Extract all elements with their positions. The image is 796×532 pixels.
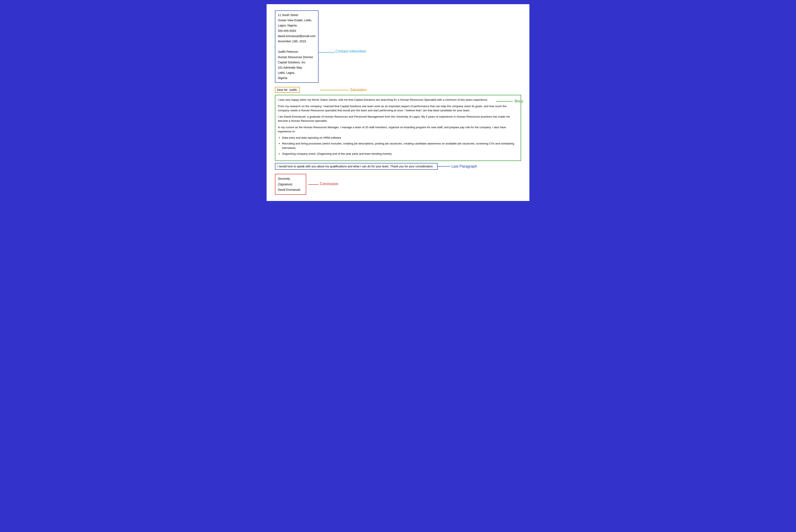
company: Capital Solutions, Inc. xyxy=(278,60,316,65)
phone: 555-555-5555 xyxy=(278,28,316,34)
salutation-line xyxy=(320,90,349,90)
body-bullet-list: Data entry and data reporting on HRM sof… xyxy=(282,136,518,156)
conclusion-label: Conclusion xyxy=(320,182,338,186)
body-section: I was very happy when my friend, Daine J… xyxy=(275,95,521,161)
email: david.emmanuel@email.com xyxy=(278,34,316,39)
body-paragraph3: I am David Emmanuel, a graduate of Human… xyxy=(278,115,518,123)
company-address3: Nigeria. xyxy=(278,75,316,81)
conclusion-name: David Emmanuel. xyxy=(278,187,303,193)
body-paragraph2: From my research on the company, I learn… xyxy=(278,104,518,113)
page: 11 South Street Ocean View Estate, Lekki… xyxy=(266,4,530,201)
company-address1: 101 Admiralty Way xyxy=(278,65,316,70)
company-address2: Lekki, Lagos, xyxy=(278,70,316,75)
date: November 13th, 2019. xyxy=(278,39,316,44)
body-container: I was very happy when my friend, Daine J… xyxy=(275,95,521,161)
bullet-item-2: Recruiting and hiring processes (which i… xyxy=(282,141,518,150)
address-line1: 11 South Street xyxy=(278,13,316,18)
conclusion-box: Sincerely, (Signature) David Emmanuel. xyxy=(275,174,306,195)
bullet-item-1: Data entry and data reporting on HRM sof… xyxy=(282,136,518,140)
body-label-line xyxy=(496,101,513,101)
body-label: Body xyxy=(515,99,523,103)
salutation-section: Dear Mr. Judith, Salutation xyxy=(275,87,521,93)
conclusion-section: Sincerely, (Signature) David Emmanuel. C… xyxy=(275,174,306,195)
salutation-text: Dear Mr. Judith, xyxy=(277,88,298,92)
bullet-item-3: Organizing company event. (Organizing en… xyxy=(282,152,518,156)
last-paragraph-section: I would love to speak with you about my … xyxy=(275,163,521,170)
last-paragraph-line xyxy=(438,166,450,167)
contact-info-section: 11 South Street Ocean View Estate, Lekki… xyxy=(275,11,521,83)
recipient-title: Human Resources Director xyxy=(278,55,316,60)
contact-info-label: Contact Informtion xyxy=(335,49,366,54)
body-label-container: Body xyxy=(496,99,523,103)
contact-info-box: 11 South Street Ocean View Estate, Lekki… xyxy=(275,11,318,83)
body-paragraph4: In my current as the Human Resources Man… xyxy=(278,125,518,134)
address-line2: Ocean View Estate, Lekki, xyxy=(278,18,316,23)
conclusion-closing: Sincerely, xyxy=(278,176,303,182)
last-paragraph-box: I would love to speak with you about my … xyxy=(275,163,438,170)
conclusion-line xyxy=(308,184,319,185)
contact-info-line xyxy=(318,52,335,53)
address-line3: Lagos, Nigeria. xyxy=(278,23,316,28)
last-paragraph-text: I would love to speak with you about my … xyxy=(277,165,433,168)
conclusion-signature: (Signature) xyxy=(278,182,303,187)
salutation-label: Salutation xyxy=(350,88,367,92)
body-paragraph1: I was very happy when my friend, Daine J… xyxy=(278,98,518,102)
recipient-name: Judith Peterson xyxy=(278,49,316,54)
last-paragraph-label: Last Paragraph xyxy=(451,164,477,169)
salutation-box: Dear Mr. Judith, xyxy=(275,87,300,93)
